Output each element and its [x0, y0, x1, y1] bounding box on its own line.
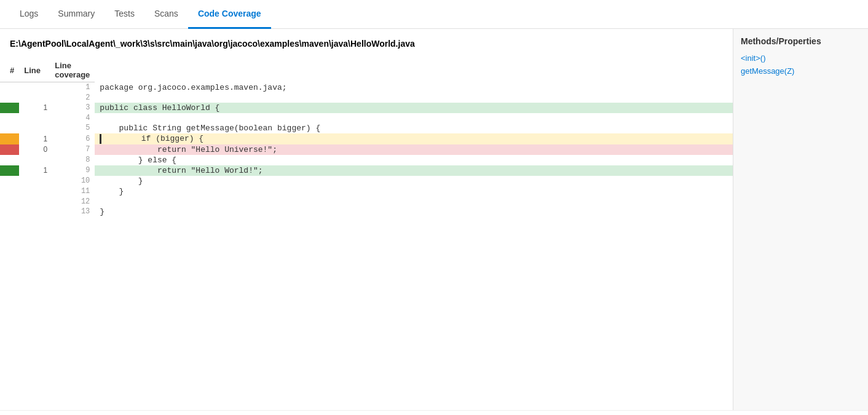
code-text: } [100, 176, 143, 186]
line-number: 10 [50, 176, 95, 186]
line-indicator [0, 82, 19, 93]
nav-item-code-coverage[interactable]: Code Coverage [188, 0, 271, 29]
hit-count: 0 [19, 144, 50, 155]
line-indicator [0, 197, 19, 207]
line-indicator [0, 186, 19, 197]
branch-marker [100, 134, 101, 144]
nav-item-logs[interactable]: Logs [10, 0, 48, 29]
hit-count [19, 186, 50, 197]
line-number: 1 [50, 82, 95, 93]
line-number: 13 [50, 207, 95, 217]
nav-bar: LogsSummaryTestsScansCode Coverage [0, 0, 868, 29]
code-text: } [100, 207, 105, 216]
line-indicator [0, 123, 19, 133]
table-row: 5 public String getMessage(boolean bigge… [0, 123, 733, 133]
hit-count [19, 176, 50, 186]
line-number: 9 [50, 165, 95, 176]
hit-count: 1 [19, 133, 50, 144]
line-code [95, 93, 733, 103]
line-code: return "Hello World!"; [95, 165, 733, 176]
table-row: 2 [0, 93, 733, 103]
hit-count: 1 [19, 165, 50, 176]
nav-item-scans[interactable]: Scans [144, 0, 188, 29]
line-code [95, 113, 733, 123]
file-path: E:\AgentPool\LocalAgent\_work\3\s\src\ma… [0, 39, 733, 58]
right-panel-title: Methods/Properties [741, 36, 861, 46]
table-row: 11 } [0, 186, 733, 197]
table-row: 12 [0, 197, 733, 207]
line-number: 5 [50, 123, 95, 133]
nav-item-summary[interactable]: Summary [48, 0, 105, 29]
line-code [95, 197, 733, 207]
hit-count: 1 [19, 103, 50, 113]
method-link[interactable]: <init>() [741, 53, 861, 63]
line-indicator [0, 93, 19, 103]
code-text: public String getMessage(boolean bigger)… [100, 124, 320, 133]
line-code: } [95, 176, 733, 186]
line-number: 12 [50, 197, 95, 207]
code-text: if (bigger) { [103, 134, 203, 143]
line-number: 2 [50, 93, 95, 103]
main-layout: E:\AgentPool\LocalAgent\_work\3\s\src\ma… [0, 29, 868, 410]
code-text: return "Hello World!"; [100, 166, 262, 175]
table-row: 19 return "Hello World!"; [0, 165, 733, 176]
hit-count [19, 113, 50, 123]
code-text: } [100, 187, 124, 196]
table-row: 13public class HelloWorld { [0, 103, 733, 113]
hit-count [19, 82, 50, 93]
line-number: 3 [50, 103, 95, 113]
hit-count [19, 93, 50, 103]
line-indicator [0, 133, 19, 144]
right-panel: Methods/Properties <init>()getMessage(Z) [733, 29, 868, 410]
hit-count [19, 155, 50, 165]
line-indicator [0, 113, 19, 123]
line-code: } [95, 207, 733, 217]
line-code: public String getMessage(boolean bigger)… [95, 123, 733, 133]
table-row: 1package org.jacoco.examples.maven.java; [0, 82, 733, 93]
hit-count [19, 123, 50, 133]
col-header-coverage: Line coverage [50, 58, 95, 82]
method-link[interactable]: getMessage(Z) [741, 66, 861, 76]
code-panel: E:\AgentPool\LocalAgent\_work\3\s\src\ma… [0, 29, 733, 410]
line-code: package org.jacoco.examples.maven.java; [95, 82, 733, 93]
line-indicator [0, 207, 19, 217]
line-number: 8 [50, 155, 95, 165]
line-code: return "Hello Universe!"; [95, 144, 733, 155]
line-code: if (bigger) { [95, 133, 733, 144]
line-indicator [0, 103, 19, 113]
table-row: 07 return "Hello Universe!"; [0, 144, 733, 155]
line-code: } else { [95, 155, 733, 165]
col-header-hash: # [0, 58, 19, 82]
table-row: 8 } else { [0, 155, 733, 165]
line-indicator [0, 176, 19, 186]
code-text: public class HelloWorld { [100, 103, 219, 113]
line-number: 11 [50, 186, 95, 197]
line-indicator [0, 144, 19, 155]
hit-count [19, 207, 50, 217]
table-row: 16 if (bigger) { [0, 133, 733, 144]
line-number: 7 [50, 144, 95, 155]
line-indicator [0, 165, 19, 176]
hit-count [19, 197, 50, 207]
code-text: package org.jacoco.examples.maven.java; [100, 83, 286, 92]
code-text: } else { [100, 156, 176, 165]
line-indicator [0, 155, 19, 165]
line-code: public class HelloWorld { [95, 103, 733, 113]
table-row: 13} [0, 207, 733, 217]
nav-item-tests[interactable]: Tests [105, 0, 144, 29]
code-text: return "Hello Universe!"; [100, 145, 277, 154]
methods-container: <init>()getMessage(Z) [741, 53, 861, 76]
line-number: 6 [50, 133, 95, 144]
table-row: 4 [0, 113, 733, 123]
footer: Generated by: ReportGenerator 4.0.14.0 3… [0, 410, 868, 415]
col-header-line: Line [19, 58, 50, 82]
line-code: } [95, 186, 733, 197]
code-table: # Line Line coverage 1package org.jacoco… [0, 58, 733, 217]
table-row: 10 } [0, 176, 733, 186]
line-number: 4 [50, 113, 95, 123]
